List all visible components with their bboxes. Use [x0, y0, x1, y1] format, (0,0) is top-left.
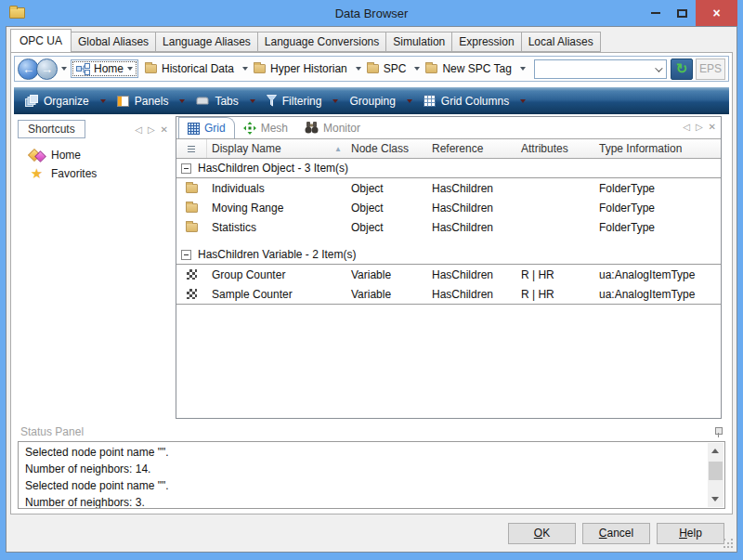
scroll-right-icon[interactable]: ▷ [148, 124, 155, 135]
breadcrumb-label: SPC [384, 62, 407, 75]
variable-icon [187, 269, 197, 280]
organize-menu[interactable]: Organize [20, 87, 95, 114]
tab-simulation[interactable]: Simulation [385, 32, 452, 52]
status-scrollbar[interactable] [708, 443, 723, 507]
table-row[interactable]: Moving Range Object HasChildren FolderTy… [176, 198, 721, 217]
column-header-type-information[interactable]: Type Information [594, 139, 721, 158]
grid-columns-menu[interactable]: Grid Columns [418, 87, 515, 114]
cell-node-class: Object [346, 178, 427, 198]
column-header-display-name[interactable]: Display Name ▲ [207, 139, 346, 158]
column-header-attributes[interactable]: Attributes [516, 139, 594, 158]
cell-display-name: Statistics [207, 217, 346, 237]
column-header-node-class[interactable]: Node Class [346, 139, 427, 158]
minimize-icon [651, 12, 660, 14]
tab-opc-ua[interactable]: OPC UA [10, 29, 72, 53]
organize-icon [25, 95, 38, 107]
grouping-dropdown-icon[interactable] [407, 99, 412, 103]
view-tab-monitor[interactable]: Monitor [296, 117, 369, 138]
panels-menu[interactable]: Panels [111, 87, 175, 114]
ok-button[interactable]: OK [508, 523, 576, 544]
filter-icon [267, 95, 277, 107]
breadcrumb-item-new-spc-tag[interactable]: New SPC Tag [423, 62, 528, 75]
close-button[interactable]: × [696, 0, 737, 26]
tab-language-aliases[interactable]: Language Aliases [155, 32, 258, 52]
table-row[interactable]: Sample Counter Variable HasChildren R | … [176, 284, 721, 304]
breadcrumb-item-historical-data[interactable]: Historical Data [142, 62, 251, 75]
view-tab-grid[interactable]: Grid [178, 117, 235, 138]
app-folder-icon [9, 7, 25, 19]
tab-language-conversions[interactable]: Language Conversions [257, 32, 386, 52]
column-header-reference[interactable]: Reference [427, 139, 516, 158]
organize-dropdown-icon[interactable] [100, 99, 106, 103]
filtering-dropdown-icon[interactable] [332, 99, 338, 103]
address-combobox[interactable] [534, 59, 667, 79]
chevron-down-icon[interactable] [356, 67, 361, 71]
tabs-label: Tabs [215, 95, 238, 108]
cell-type-information: ua:AnalogItemType [594, 265, 721, 284]
panels-dropdown-icon[interactable] [179, 99, 185, 103]
scroll-left-icon[interactable]: ◁ [135, 124, 142, 135]
sidebar-item-home[interactable]: Home [18, 147, 176, 163]
group-header-object[interactable]: HasChildren Object - 3 Item(s) [176, 159, 721, 178]
help-button[interactable]: Help [657, 523, 724, 544]
cell-attributes [516, 178, 594, 198]
close-panel-icon[interactable]: ✕ [709, 122, 716, 132]
address-input[interactable] [535, 60, 666, 78]
tab-expression[interactable]: Expression [451, 32, 521, 52]
sidebar-item-favorites[interactable]: ★ Favorites [18, 165, 176, 181]
tab-local-aliases[interactable]: Local Aliases [521, 32, 601, 52]
filtering-menu[interactable]: Filtering [261, 87, 328, 114]
chevron-down-icon[interactable] [414, 67, 420, 71]
tabs-menu[interactable]: Tabs [190, 87, 243, 114]
cell-attributes: R | HR [516, 284, 594, 304]
history-dropdown-arrow-icon[interactable] [61, 67, 67, 71]
table-row[interactable]: Statistics Object HasChildren FolderType [176, 217, 721, 237]
tabs-dropdown-icon[interactable] [250, 99, 255, 103]
chevron-down-icon[interactable] [242, 67, 248, 71]
scroll-up-icon[interactable] [711, 449, 719, 453]
maximize-button[interactable] [669, 4, 696, 23]
cell-reference: HasChildren [427, 198, 516, 217]
collapse-icon[interactable] [181, 163, 191, 174]
group-rows-object: Individuals Object HasChildren FolderTyp… [176, 178, 721, 237]
pin-icon[interactable] [714, 427, 723, 437]
minimize-button[interactable] [642, 4, 669, 23]
scroll-down-icon[interactable] [711, 497, 719, 501]
status-panel-log: Selected node point name "". Number of n… [18, 441, 725, 509]
panels-icon [117, 96, 129, 107]
group-header-variable[interactable]: HasChildren Variable - 2 Item(s) [176, 245, 721, 265]
home-breadcrumb-dropdown[interactable]: Home [71, 59, 138, 78]
mesh-icon [243, 122, 256, 135]
cancel-button[interactable]: Cancel [582, 523, 650, 544]
tab-global-aliases[interactable]: Global Aliases [71, 32, 156, 52]
icon-column-header[interactable] [176, 139, 207, 158]
chevron-down-icon[interactable] [520, 67, 526, 71]
grouping-menu[interactable]: Grouping [344, 87, 400, 114]
cell-type-information: ua:AnalogItemType [594, 284, 721, 304]
folder-icon [145, 64, 157, 73]
view-tab-label: Monitor [323, 122, 360, 135]
cell-display-name: Group Counter [207, 265, 346, 284]
collapse-icon[interactable] [181, 250, 191, 260]
resize-grip[interactable] [723, 539, 734, 549]
status-line: Selected node point name "". [25, 477, 702, 494]
table-row[interactable]: Individuals Object HasChildren FolderTyp… [176, 178, 721, 198]
close-panel-icon[interactable]: ✕ [161, 124, 168, 135]
maximize-icon [677, 9, 687, 18]
grid-columns-icon [424, 95, 436, 107]
scroll-right-icon[interactable]: ▷ [696, 122, 703, 132]
cell-reference: HasChildren [427, 217, 516, 237]
scroll-left-icon[interactable]: ◁ [683, 122, 690, 132]
table-row[interactable]: Group Counter Variable HasChildren R | H… [176, 265, 721, 284]
grid-columns-dropdown-icon[interactable] [520, 99, 526, 103]
eps-button[interactable]: EPS [696, 59, 725, 80]
forward-button[interactable]: → [36, 59, 58, 80]
breadcrumb-item-hyper-historian[interactable]: Hyper Historian [251, 62, 364, 75]
refresh-button[interactable]: ↻ [671, 59, 693, 80]
refresh-icon: ↻ [676, 60, 688, 77]
breadcrumb-item-spc[interactable]: SPC [364, 62, 424, 75]
scrollbar-thumb[interactable] [709, 462, 723, 480]
view-tab-mesh[interactable]: Mesh [235, 117, 296, 138]
grid-columns-label: Grid Columns [441, 95, 509, 108]
window-title: Data Browser [6, 7, 737, 20]
